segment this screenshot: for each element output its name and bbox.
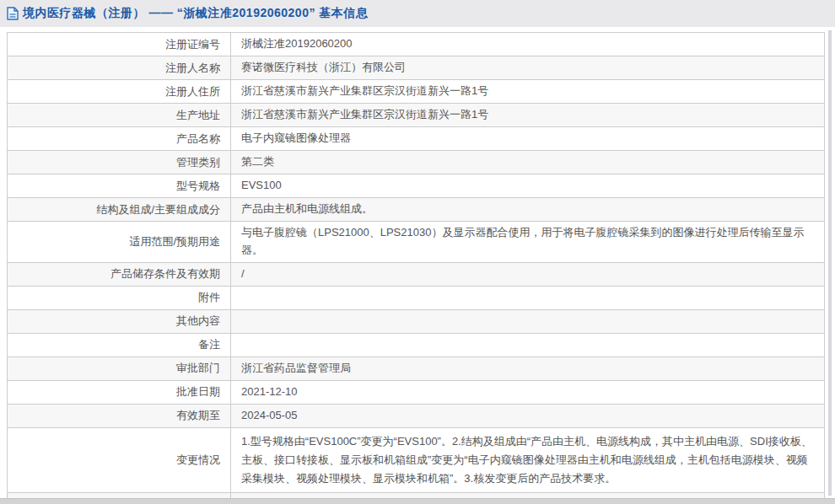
row-label: 变更情况 bbox=[8, 427, 231, 492]
row-label: 结构及组成/主要组成成分 bbox=[8, 198, 231, 222]
row-label: 备注 bbox=[8, 333, 231, 357]
row-label: 产品名称 bbox=[8, 127, 231, 151]
row-value: 电子内窥镜图像处理器 bbox=[231, 127, 825, 151]
table-row: 批准日期 2021-12-10 bbox=[8, 380, 825, 404]
row-value: EVS100 bbox=[231, 174, 825, 198]
page-header: 境内医疗器械（注册） —— “浙械注准20192060200” 基本信息 bbox=[0, 0, 835, 27]
table-row: 结构及组成/主要组成成分 产品由主机和电源线组成。 bbox=[8, 198, 825, 222]
row-label: 有效期至 bbox=[8, 404, 231, 427]
row-label: 注册人名称 bbox=[8, 56, 231, 80]
row-label: 批准日期 bbox=[8, 380, 231, 404]
table-row: 注册证编号 浙械注准20192060200 bbox=[8, 33, 825, 56]
row-value: 2021-12-10 bbox=[231, 380, 825, 404]
table-row: 管理类别 第二类 bbox=[8, 151, 825, 174]
table-row: 产品名称 电子内窥镜图像处理器 bbox=[8, 127, 825, 151]
row-label: 附件 bbox=[8, 286, 231, 309]
table-row: 适用范围/预期用途 与电子腹腔镜（LPS21000、LPS21030）及显示器配… bbox=[8, 222, 825, 263]
row-value: 2024-05-05 bbox=[231, 404, 825, 427]
row-value bbox=[231, 286, 825, 309]
registration-info-table: 注册证编号 浙械注准20192060200 注册人名称 赛诺微医疗科技（浙江）有… bbox=[7, 32, 825, 504]
row-value bbox=[231, 309, 825, 333]
row-label: 注册证编号 bbox=[8, 33, 231, 56]
table-row: 型号规格 EVS100 bbox=[8, 174, 825, 198]
row-label: 其他内容 bbox=[8, 309, 231, 333]
table-row: 审批部门 浙江省药品监督管理局 bbox=[8, 357, 825, 380]
row-label: 适用范围/预期用途 bbox=[8, 222, 231, 263]
table-row: 生产地址 浙江省慈溪市新兴产业集群区宗汉街道新兴一路1号 bbox=[8, 104, 825, 127]
row-value: 浙械注准20192060200 bbox=[231, 33, 825, 56]
row-value: / bbox=[231, 262, 825, 286]
row-label: 管理类别 bbox=[8, 151, 231, 174]
row-label: 注册人住所 bbox=[8, 80, 231, 104]
table-row: 注册人名称 赛诺微医疗科技（浙江）有限公司 bbox=[8, 56, 825, 80]
row-value bbox=[231, 333, 825, 357]
row-value: 赛诺微医疗科技（浙江）有限公司 bbox=[231, 56, 825, 80]
row-value: 浙江省药品监督管理局 bbox=[231, 357, 825, 380]
row-label: 型号规格 bbox=[8, 174, 231, 198]
row-label: 审批部门 bbox=[8, 357, 231, 380]
table-row: 注册人住所 浙江省慈溪市新兴产业集群区宗汉街道新兴一路1号 bbox=[8, 80, 825, 104]
horizontal-scrollbar[interactable] bbox=[0, 498, 835, 504]
row-value: 浙江省慈溪市新兴产业集群区宗汉街道新兴一路1号 bbox=[231, 80, 825, 104]
row-value: 1.型号规格由“EVS100C”变更为“EVS100”。2.结构及组成由“产品由… bbox=[231, 427, 825, 492]
table-row: 备注 bbox=[8, 333, 825, 357]
row-value: 与电子腹腔镜（LPS21000、LPS21030）及显示器配合使用，用于将电子腹… bbox=[231, 222, 825, 263]
row-label: 生产地址 bbox=[8, 104, 231, 127]
vertical-scrollbar[interactable] bbox=[828, 30, 832, 496]
table-row: 有效期至 2024-05-05 bbox=[8, 404, 825, 427]
row-value: 第二类 bbox=[231, 151, 825, 174]
page-title: 境内医疗器械（注册） —— “浙械注准20192060200” 基本信息 bbox=[23, 6, 368, 21]
row-label: 产品储存条件及有效期 bbox=[8, 262, 231, 286]
row-value: 产品由主机和电源线组成。 bbox=[231, 198, 825, 222]
table-row: 产品储存条件及有效期 / bbox=[8, 262, 825, 286]
row-value: 浙江省慈溪市新兴产业集群区宗汉街道新兴一路1号 bbox=[231, 104, 825, 127]
table-row: 其他内容 bbox=[8, 309, 825, 333]
document-icon bbox=[7, 7, 19, 20]
table-row-change-details: 变更情况 1.型号规格由“EVS100C”变更为“EVS100”。2.结构及组成… bbox=[8, 427, 825, 492]
table-row: 附件 bbox=[8, 286, 825, 309]
